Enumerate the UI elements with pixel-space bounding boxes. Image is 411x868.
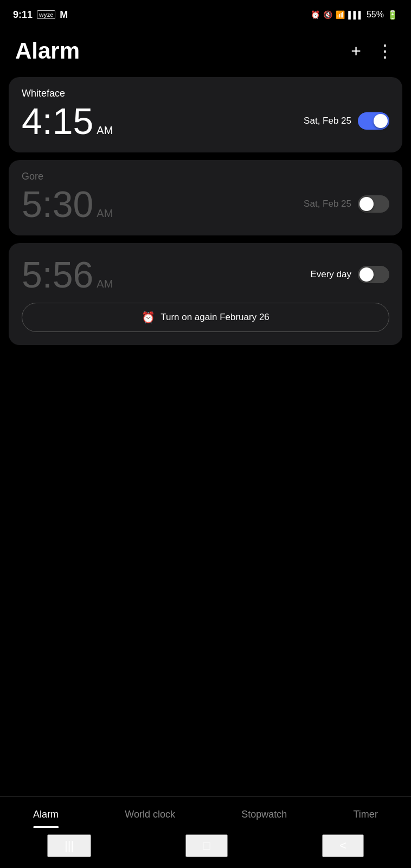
alarm-card-556[interactable]: 5:56 AM Every day ⏰ Turn on again Februa… bbox=[9, 243, 402, 345]
alarm-row-556: 5:56 AM Every day bbox=[22, 256, 389, 293]
alarm-name-gore: Gore bbox=[22, 171, 389, 182]
alarms-list: Whiteface 4:15 AM Sat, Feb 25 Gore 5:30 … bbox=[0, 77, 411, 345]
status-left: 9:11 wyze M bbox=[13, 9, 68, 21]
tab-timer[interactable]: Timer bbox=[345, 807, 387, 822]
alarm-row-whiteface: 4:15 AM Sat, Feb 25 bbox=[22, 103, 389, 139]
gmail-icon: M bbox=[60, 9, 68, 21]
tab-timer-label: Timer bbox=[354, 809, 378, 820]
wyze-badge: wyze bbox=[37, 10, 55, 19]
clock-inline-icon: ⏰ bbox=[142, 311, 155, 324]
battery-text: 55% bbox=[367, 10, 384, 20]
alarm-repeat-556: Every day bbox=[310, 269, 351, 280]
tab-world-clock-label: World clock bbox=[125, 809, 175, 820]
alarm-toggle-gore[interactable] bbox=[358, 195, 389, 213]
turn-on-again-button[interactable]: ⏰ Turn on again February 26 bbox=[22, 303, 389, 332]
battery-icon: 🔋 bbox=[387, 10, 398, 20]
alarm-time-556: 5:56 AM bbox=[22, 256, 113, 293]
alarm-ampm-556: AM bbox=[97, 278, 113, 290]
alarm-meta-whiteface: Sat, Feb 25 bbox=[304, 112, 389, 130]
header: Alarm + ⋮ bbox=[0, 27, 411, 77]
alarm-row-gore: 5:30 AM Sat, Feb 25 bbox=[22, 186, 389, 222]
mute-icon: 🔇 bbox=[323, 10, 332, 19]
alarm-time-gore: 5:30 AM bbox=[22, 186, 113, 222]
alarm-date-whiteface: Sat, Feb 25 bbox=[304, 116, 351, 126]
system-nav-bar: ||| □ < bbox=[0, 828, 411, 868]
alarm-card-whiteface[interactable]: Whiteface 4:15 AM Sat, Feb 25 bbox=[9, 77, 402, 152]
status-icons: ⏰ 🔇 📶 ▌▌▌ 55% 🔋 bbox=[311, 10, 398, 20]
nav-tabs: Alarm World clock Stopwatch Timer bbox=[0, 797, 411, 828]
alarm-card-gore[interactable]: Gore 5:30 AM Sat, Feb 25 bbox=[9, 160, 402, 235]
alarm-date-gore: Sat, Feb 25 bbox=[304, 199, 351, 209]
home-button[interactable]: □ bbox=[185, 834, 227, 857]
signal-icon: ▌▌▌ bbox=[348, 11, 363, 19]
alarm-status-icon: ⏰ bbox=[311, 10, 320, 19]
status-time: 9:11 bbox=[13, 9, 33, 21]
alarm-meta-gore: Sat, Feb 25 bbox=[304, 195, 389, 213]
add-alarm-button[interactable]: + bbox=[349, 40, 363, 62]
alarm-toggle-556[interactable] bbox=[358, 266, 389, 283]
header-actions: + ⋮ bbox=[349, 40, 396, 62]
tab-stopwatch[interactable]: Stopwatch bbox=[233, 807, 296, 822]
tab-alarm-label: Alarm bbox=[33, 809, 59, 820]
status-bar: 9:11 wyze M ⏰ 🔇 📶 ▌▌▌ 55% 🔋 bbox=[0, 0, 411, 27]
alarm-name-whiteface: Whiteface bbox=[22, 88, 389, 99]
alarm-digits-gore: 5:30 bbox=[22, 186, 93, 222]
back-button[interactable]: < bbox=[322, 834, 364, 857]
alarm-ampm-whiteface: AM bbox=[97, 124, 113, 137]
toggle-thumb-whiteface bbox=[374, 114, 388, 128]
alarm-digits-whiteface: 4:15 bbox=[22, 103, 93, 139]
tab-alarm[interactable]: Alarm bbox=[24, 807, 67, 822]
alarm-digits-556: 5:56 bbox=[22, 256, 93, 293]
toggle-thumb-556 bbox=[359, 267, 374, 282]
turn-on-label: Turn on again February 26 bbox=[160, 312, 269, 323]
toggle-thumb-gore bbox=[359, 197, 374, 211]
page-title: Alarm bbox=[15, 38, 80, 64]
recent-apps-button[interactable]: ||| bbox=[47, 834, 91, 857]
tab-world-clock[interactable]: World clock bbox=[116, 807, 184, 822]
alarm-meta-556: Every day bbox=[310, 266, 389, 283]
alarm-toggle-whiteface[interactable] bbox=[358, 112, 389, 130]
more-options-button[interactable]: ⋮ bbox=[374, 40, 396, 62]
tab-stopwatch-label: Stopwatch bbox=[241, 809, 287, 820]
alarm-time-whiteface: 4:15 AM bbox=[22, 103, 113, 139]
wifi-icon: 📶 bbox=[336, 10, 345, 19]
alarm-ampm-gore: AM bbox=[97, 207, 113, 220]
bottom-nav: Alarm World clock Stopwatch Timer ||| □ … bbox=[0, 796, 411, 868]
